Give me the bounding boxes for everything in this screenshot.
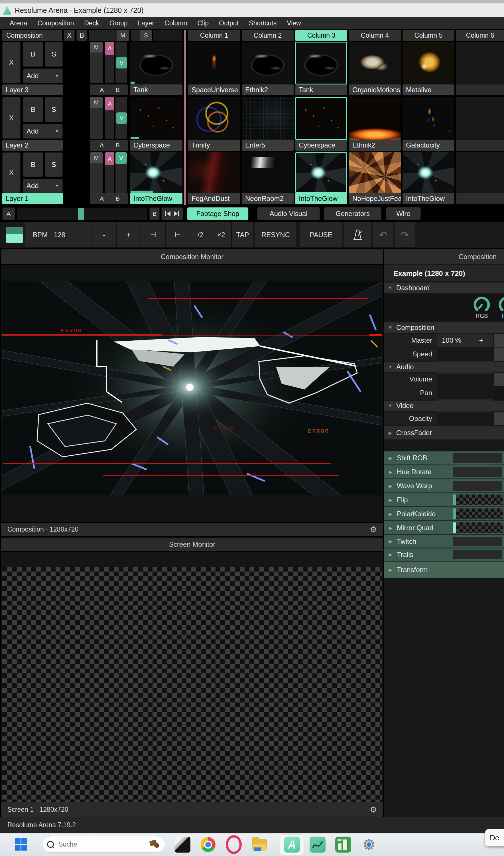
layer3-active-clip-name[interactable]: Tank	[130, 84, 182, 95]
bpm-minus-button[interactable]: -	[92, 222, 116, 248]
layer2-v-button[interactable]: V	[116, 113, 127, 124]
layer1-assign-b[interactable]: B	[116, 195, 120, 202]
deck-tab-generators[interactable]: Generators	[324, 207, 381, 220]
effect-opacity-slider[interactable]	[453, 481, 502, 491]
master-slider[interactable]	[494, 334, 504, 347]
resync-button[interactable]: RESYNC	[255, 222, 296, 248]
previous-deck-icon[interactable]	[165, 211, 170, 216]
pan-slider[interactable]	[494, 386, 504, 399]
deck-skip-buttons[interactable]	[161, 207, 183, 220]
rgb-knob[interactable]	[473, 296, 491, 313]
composition-s-button[interactable]: S	[140, 30, 152, 41]
effect-opacity-slider[interactable]	[453, 550, 502, 559]
effect-wave-warp[interactable]: ▶ Wave Warp	[384, 479, 504, 493]
section-audio[interactable]: ▼ Audio	[384, 362, 504, 372]
slider-handle[interactable]	[453, 495, 456, 505]
layer2-blend-dropdown[interactable]: Add ▼	[23, 124, 63, 139]
bpm-plus-button[interactable]: +	[116, 222, 141, 248]
clip-cell[interactable]	[242, 42, 294, 84]
effect-hue-rotate[interactable]: ▶ Hue Rotate	[384, 465, 504, 479]
clip-name[interactable]: Ethnik2	[242, 84, 294, 95]
menu-output[interactable]: Output	[214, 17, 244, 29]
gear-icon[interactable]: ⚙	[370, 805, 377, 814]
clip-name[interactable]: Cyberspace	[295, 140, 347, 151]
layer2-active-clip-name[interactable]: Cyberspace	[130, 140, 182, 151]
menu-shortcuts[interactable]: Shortcuts	[244, 17, 282, 29]
clip-name[interactable]: Galactucity	[402, 140, 454, 151]
deck-tab-audio-visual[interactable]: Audio Visual	[257, 207, 320, 220]
bpm-half-button[interactable]: /2	[190, 222, 211, 248]
column-header-3-selected[interactable]: Column 3	[295, 30, 347, 41]
deck-tab-footage-shop-selected[interactable]: Footage Shop	[187, 207, 249, 220]
effect-trails[interactable]: ▶ Trails	[384, 548, 504, 561]
clip-cell[interactable]	[188, 42, 240, 84]
master-plus-button[interactable]: +	[475, 334, 487, 347]
layer3-bypass-button[interactable]: B	[23, 42, 43, 67]
undo-button[interactable]: ↶	[373, 222, 393, 248]
layer1-active-clip-name-selected[interactable]: IntoTheGlow	[130, 193, 182, 204]
menu-deck[interactable]: Deck	[79, 17, 104, 29]
beat-nudge-right-icon[interactable]: ⊢	[165, 222, 190, 248]
clip-cell[interactable]	[402, 97, 454, 140]
taskbar-search[interactable]	[42, 836, 165, 853]
clip-name-empty[interactable]	[456, 140, 504, 151]
search-input[interactable]	[58, 840, 130, 849]
metronome-button[interactable]	[343, 222, 372, 248]
chrome-icon[interactable]	[200, 837, 216, 853]
effect-opacity-slider[interactable]	[453, 453, 502, 463]
effect-opacity-slider[interactable]	[453, 537, 502, 546]
column-header-6[interactable]: Column 6	[456, 30, 504, 41]
composition-solo-track[interactable]: S	[130, 30, 152, 41]
clip-name[interactable]: FogAndDust	[188, 193, 240, 204]
layer1-solo-button[interactable]: S	[45, 152, 63, 177]
clip-name-selected[interactable]: IntoTheGlow	[295, 193, 347, 204]
layer3-v-button[interactable]: V	[116, 57, 127, 68]
speed-slider[interactable]	[494, 347, 504, 361]
layer1-crossfader-assign[interactable]: A B	[90, 193, 128, 204]
opacity-slider[interactable]	[494, 412, 504, 425]
layer3-blend-dropdown[interactable]: Add ▼	[23, 68, 63, 83]
clip-name[interactable]: NoHopeJustFear	[349, 193, 401, 204]
clip-name[interactable]: IntoTheGlow	[402, 193, 454, 204]
layer1-clear-button[interactable]: X	[2, 152, 20, 193]
clip-name[interactable]: NeonRoom2	[242, 193, 294, 204]
layer3-assign-b[interactable]: B	[116, 86, 120, 93]
clip-cell-empty[interactable]	[456, 97, 504, 140]
clip-name-empty[interactable]	[456, 193, 504, 204]
crossfader-a-button[interactable]: A	[2, 207, 15, 220]
taskbar-app-icon[interactable]	[175, 837, 191, 853]
composition-monitor-header[interactable]: Composition Monitor	[1, 250, 383, 264]
layer1-active-clip-thumb[interactable]	[130, 152, 182, 193]
opera-icon[interactable]	[226, 837, 242, 853]
menu-layer[interactable]: Layer	[133, 17, 160, 29]
effect-shift-rgb[interactable]: ▶ Shift RGB	[384, 451, 504, 464]
layer2-bypass-button[interactable]: B	[23, 97, 43, 122]
layer3-name[interactable]: Layer 3	[2, 84, 63, 95]
clip-cell-selected[interactable]	[295, 42, 347, 84]
layer3-m-button[interactable]: M	[90, 42, 103, 52]
title-bar[interactable]: Resolume Arena - Example (1280 x 720)	[0, 3, 504, 17]
layer3-active-clip-thumb[interactable]	[130, 42, 182, 84]
layer3-crossfader-assign[interactable]: A B	[90, 84, 128, 95]
layer2-crossfader-assign[interactable]: A B	[90, 140, 128, 151]
clip-name[interactable]: OrganicMotions	[349, 84, 401, 95]
clip-cell[interactable]	[242, 97, 294, 140]
screen-monitor-header[interactable]: Screen Monitor	[1, 537, 383, 551]
effect-polarkaleido[interactable]: ▶ PolarKaleido	[384, 507, 504, 520]
layer3-assign-a[interactable]: A	[100, 86, 104, 93]
gear-icon[interactable]: ⚙	[370, 525, 377, 534]
clip-cell-empty[interactable]	[456, 152, 504, 193]
layer2-assign-b[interactable]: B	[116, 142, 120, 149]
bpm-display[interactable]: BPM 128	[25, 222, 92, 248]
bpm-double-button[interactable]: ×2	[211, 222, 232, 248]
composition-clear-button[interactable]: X	[64, 30, 75, 41]
effect-flip[interactable]: ▶ Flip	[384, 493, 504, 507]
clip-name[interactable]: Enter5	[242, 140, 294, 151]
hue-knob-partial[interactable]	[498, 296, 504, 313]
layer2-active-clip-thumb[interactable]	[130, 97, 182, 140]
effect-opacity-slider[interactable]	[453, 523, 503, 533]
layer3-a-button[interactable]: A	[105, 42, 114, 55]
layer1-assign-a[interactable]: A	[100, 195, 104, 202]
menu-column[interactable]: Column	[159, 17, 192, 29]
clip-name[interactable]: Tank	[295, 84, 347, 95]
